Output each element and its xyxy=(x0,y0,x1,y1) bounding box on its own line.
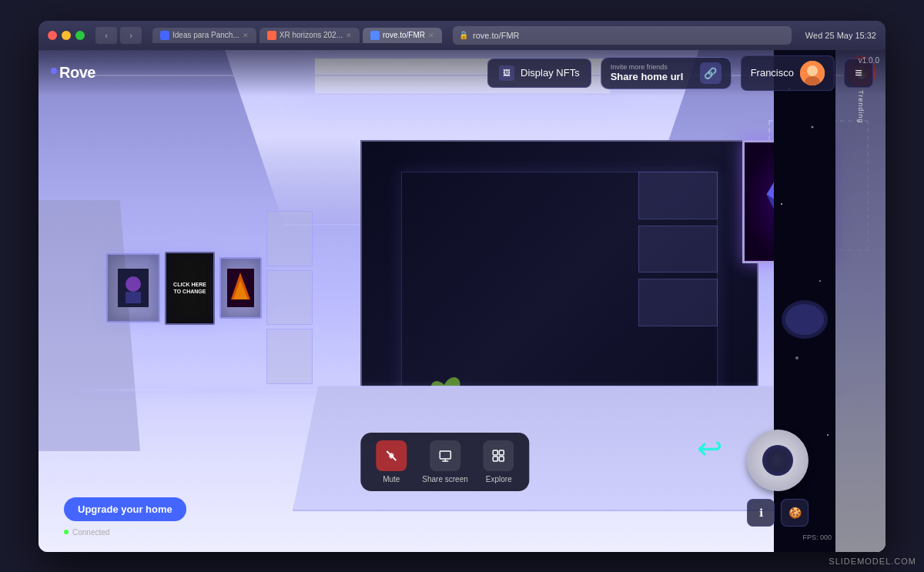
share-main-text: Share home url xyxy=(611,71,684,82)
address-bar[interactable]: 🔒 rove.to/FMR xyxy=(453,26,792,45)
explore-svg xyxy=(492,449,506,463)
tab-ideas-label: Ideas para Panch... xyxy=(172,31,239,39)
svg-rect-2 xyxy=(126,292,141,303)
tab-icon-xr xyxy=(267,31,276,40)
titlebar-right: Wed 25 May 15:32 xyxy=(805,31,876,40)
display-nfts-button[interactable]: 🖼 Display NFTs xyxy=(487,59,591,88)
upgrade-home-button[interactable]: Upgrade your home xyxy=(64,497,186,521)
int-shelf-3 xyxy=(638,279,718,326)
version-badge: v1.0.0 xyxy=(859,56,879,65)
explore-label: Explore xyxy=(486,475,512,483)
svg-point-16 xyxy=(819,280,821,282)
nft-icon: 🖼 xyxy=(499,65,514,81)
maximize-window-button[interactable] xyxy=(75,31,85,40)
fps-counter: FPS: 000 xyxy=(802,534,832,541)
int-shelf-1 xyxy=(638,172,718,219)
controller-base xyxy=(747,430,808,491)
explore-icon xyxy=(484,440,514,471)
interior-shelves xyxy=(638,172,718,410)
bottom-toolbar: Mute Share screen xyxy=(360,433,529,491)
tabs-area: Ideas para Panch... ✕ XR horizons 202...… xyxy=(152,28,442,43)
mute-icon xyxy=(376,440,407,471)
minimize-window-button[interactable] xyxy=(62,31,71,40)
tab-ideas[interactable]: Ideas para Panch... ✕ xyxy=(152,28,256,43)
tab-rove[interactable]: rove.to/FMR ✕ xyxy=(363,28,442,43)
settings-button[interactable]: 🍪 xyxy=(781,499,808,527)
svg-point-1 xyxy=(126,276,141,292)
close-window-button[interactable] xyxy=(48,31,57,40)
forward-button[interactable]: › xyxy=(120,27,142,44)
svg-point-20 xyxy=(785,304,824,335)
user-profile[interactable]: Francisco xyxy=(741,55,835,91)
svg-point-15 xyxy=(781,203,782,205)
mute-label: Mute xyxy=(383,475,400,483)
tab-xr-label: XR horizons 202... xyxy=(280,31,343,39)
mute-svg xyxy=(384,449,398,463)
art-panel-1 xyxy=(106,253,160,323)
menu-icon: ≡ xyxy=(855,66,862,80)
svg-rect-25 xyxy=(440,451,450,459)
controller-inner xyxy=(762,445,793,476)
avatar xyxy=(800,61,825,85)
address-text: rove.to/FMR xyxy=(473,31,785,40)
art-3-svg xyxy=(227,269,254,307)
time-display: Wed 25 May 15:32 xyxy=(805,31,876,40)
svg-rect-28 xyxy=(494,450,498,455)
address-bar-area: 🔒 rove.to/FMR xyxy=(453,26,792,45)
shelf-1 xyxy=(266,211,313,266)
bottom-right-icons: ℹ 🍪 xyxy=(747,499,808,527)
lock-icon: 🔒 xyxy=(459,31,468,39)
tab-ideas-close[interactable]: ✕ xyxy=(243,32,249,39)
mac-titlebar: ‹ › Ideas para Panch... ✕ XR horizons 20… xyxy=(38,21,886,50)
explore-button[interactable]: Explore xyxy=(484,440,514,483)
svg-rect-30 xyxy=(494,457,498,461)
mute-button[interactable]: Mute xyxy=(376,440,407,483)
svg-rect-29 xyxy=(500,450,504,455)
status-dot xyxy=(64,530,69,534)
avatar-svg xyxy=(800,61,825,85)
tab-rove-close[interactable]: ✕ xyxy=(428,32,434,39)
display-nfts-label: Display NFTs xyxy=(521,67,580,79)
share-screen-svg xyxy=(438,449,452,463)
top-navigation: Rove 🖼 Display NFTs Invite more friends … xyxy=(38,50,886,96)
main-content: CLICK HERE TO CHANGE xyxy=(38,50,886,552)
share-link-icon: 🔗 xyxy=(700,62,721,84)
logo: Rove xyxy=(51,64,95,82)
shelf-3 xyxy=(266,329,313,384)
svg-point-14 xyxy=(812,125,814,128)
connected-status: Connected xyxy=(64,528,109,537)
share-hint-text: Invite more friends xyxy=(611,63,684,71)
back-button[interactable]: ‹ xyxy=(95,27,117,44)
svg-rect-31 xyxy=(500,457,504,461)
art-1-svg xyxy=(118,269,149,307)
shelf-area xyxy=(266,211,313,487)
svg-point-17 xyxy=(795,356,798,360)
share-screen-icon xyxy=(430,440,460,471)
logo-dot xyxy=(51,68,57,74)
share-url-button[interactable]: Invite more friends Share home url 🔗 xyxy=(601,57,732,89)
tab-rove-label: rove.to/FMR xyxy=(383,31,425,39)
tab-xr-close[interactable]: ✕ xyxy=(346,32,352,39)
watermark: SLIDEMODEL.COM xyxy=(829,557,916,566)
trending-panel: 🔥 Trending xyxy=(835,50,886,552)
navigation-arrow: ↩ xyxy=(697,430,743,477)
tab-xr[interactable]: XR horizons 202... ✕ xyxy=(259,28,360,43)
share-screen-label: Share screen xyxy=(422,475,467,483)
controller[interactable] xyxy=(747,430,808,491)
upgrade-label: Upgrade your home xyxy=(78,503,172,515)
art-panel-2-text: CLICK HERE TO CHANGE xyxy=(166,278,213,298)
svg-point-18 xyxy=(827,434,829,436)
info-button[interactable]: ℹ xyxy=(747,499,775,527)
art-panel-2: CLICK HERE TO CHANGE xyxy=(165,252,215,325)
tab-icon-ideas xyxy=(160,31,169,40)
svg-point-22 xyxy=(807,65,818,76)
username: Francisco xyxy=(751,67,794,79)
tab-icon-rove xyxy=(370,31,380,40)
logo-text: Rove xyxy=(59,64,95,82)
share-url-inner: Invite more friends Share home url xyxy=(611,63,684,82)
mac-window: ‹ › Ideas para Panch... ✕ XR horizons 20… xyxy=(38,21,886,552)
shelf-2 xyxy=(266,270,313,326)
art-panel-3 xyxy=(219,257,262,319)
left-panels-area: CLICK HERE TO CHANGE xyxy=(106,150,377,426)
share-screen-button[interactable]: Share screen xyxy=(422,440,467,483)
